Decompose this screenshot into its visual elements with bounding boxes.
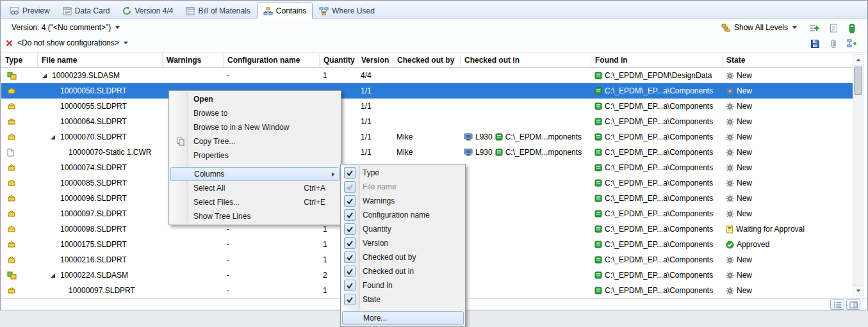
scroll-up-button[interactable] [853, 55, 863, 65]
tab-label: Version 4/4 [135, 6, 173, 15]
cell-configuration: - [224, 237, 320, 252]
cell-found-in: C:\_EPDM\_EP...a\Components [591, 99, 723, 114]
tab-bill-of-materials[interactable]: Bill of Materials [179, 3, 256, 19]
columns-submenu-item-checked-out-in[interactable]: Checked out in [342, 264, 464, 278]
context-menu-item-properties[interactable]: Properties [170, 148, 340, 163]
column-header-checked-out-in[interactable]: Checked out in [461, 53, 591, 67]
state-label: Waiting for Approval [736, 225, 805, 234]
columns-submenu: TypeFile nameWarningsConfiguration nameQ… [340, 164, 466, 327]
vault-icon [594, 210, 602, 218]
save-file-list-icon [810, 39, 820, 49]
columns-submenu-item-file-name[interactable]: File name [342, 180, 464, 194]
scrollbar-thumb[interactable] [854, 67, 862, 95]
expander-icon[interactable] [50, 134, 58, 140]
cell-filename: 10000175.SLDPRT [38, 237, 163, 252]
found-in-path: C:\_EPDM\_EP...a\Components [605, 271, 713, 280]
checkbox-checked [344, 181, 356, 193]
cell-state: New [723, 129, 853, 145]
header-label: Quantity [323, 56, 355, 65]
menu-item-label: File name [363, 182, 397, 191]
save-file-list-button[interactable] [808, 37, 822, 50]
list-view-button[interactable] [830, 299, 844, 310]
cell-checked-out-by: Mike [393, 145, 461, 160]
context-menu-item-browse-to[interactable]: Browse to [170, 106, 340, 120]
column-header-state[interactable]: State [723, 53, 853, 67]
cell-warnings [163, 237, 224, 252]
export-tree-button[interactable] [845, 37, 859, 50]
attachments-button[interactable] [826, 37, 840, 50]
cell-warnings [163, 267, 224, 283]
add-file-button[interactable] [808, 22, 822, 35]
cell-checked-out-in: L930C:\_EPDM...mponents [461, 129, 591, 145]
tab-preview[interactable]: Preview [3, 3, 56, 19]
columns-submenu-item-configuration-name[interactable]: Configuration name [342, 208, 464, 222]
context-menu-item-select-all[interactable]: Select AllCtrl+A [170, 181, 340, 195]
vault-column-button[interactable] [845, 22, 859, 35]
version-selector[interactable]: Version: 4 ("<No comment>") [12, 23, 120, 32]
table-row[interactable]: 10000050.SLDPRT1/1C:\_EPDM\_EP...a\Compo… [1, 83, 853, 99]
value: 1/1 [361, 86, 372, 95]
configurations-selector[interactable]: <Do not show configurations> [5, 38, 129, 47]
cell-configuration: - [224, 252, 320, 267]
state-label: New [737, 286, 752, 295]
file-name: 10000074.SLDPRT [60, 163, 127, 172]
columns-submenu-item-more[interactable]: More... [342, 311, 464, 325]
columns-submenu-item-state[interactable]: State [342, 292, 464, 307]
columns-submenu-item-warnings[interactable]: Warnings [342, 194, 464, 208]
file-name: 10000239.SLDASM [52, 71, 120, 80]
table-row[interactable]: 10000070.SLDPRT1/1MikeL930C:\_EPDM...mpo… [1, 129, 853, 145]
columns-submenu-item-found-in[interactable]: Found in [342, 278, 464, 292]
vault-icon [495, 133, 503, 141]
context-menu-item-columns[interactable]: Columns [170, 167, 340, 181]
context-menu-item-show-tree-lines[interactable]: Show Tree Lines [170, 209, 340, 223]
columns-submenu-item-type[interactable]: Type [342, 166, 464, 180]
tab-contains[interactable]: Contains [257, 3, 313, 19]
column-header-configuration-name[interactable]: Configuration name [224, 53, 320, 67]
table-row[interactable]: 10000055.SLDPRT1/1C:\_EPDM\_EP...a\Compo… [1, 99, 853, 114]
context-menu-item-open[interactable]: Open [170, 92, 340, 106]
column-header-found-in[interactable]: Found in [591, 53, 723, 67]
tab-version-4-4[interactable]: Version 4/4 [116, 3, 179, 19]
expander-icon[interactable] [50, 273, 58, 278]
preview-pane-button[interactable] [846, 299, 860, 310]
header-label: Warnings [167, 56, 201, 65]
state-label: New [737, 117, 752, 126]
cell-type [1, 99, 38, 114]
red-x-icon [5, 39, 13, 47]
cell-version: 1/1 [357, 114, 393, 129]
file-name: 10000175.SLDPRT [60, 240, 127, 249]
open-file-list-button[interactable] [826, 22, 840, 35]
tab-data-card[interactable]: Data Card [56, 3, 117, 19]
column-header-warnings[interactable]: Warnings [163, 53, 224, 67]
context-menu-item-copy-tree[interactable]: Copy Tree... [170, 134, 340, 148]
columns-submenu-item-version[interactable]: Version [342, 236, 464, 250]
file-name: 10000055.SLDPRT [60, 102, 127, 111]
context-menu-item-browse-to-in-a-new-window[interactable]: Browse to in a New Window [170, 120, 340, 134]
checkbox-checked [344, 223, 356, 235]
column-header-quantity[interactable]: Quantity [320, 53, 357, 67]
expander-icon[interactable] [42, 73, 49, 79]
context-menu-item-select-files[interactable]: Select Files...Ctrl+E [170, 195, 340, 209]
show-all-levels-dropdown[interactable]: Show All Levels [721, 23, 798, 32]
table-row[interactable]: 10000064.SLDPRT1/1C:\_EPDM\_EP...a\Compo… [1, 114, 853, 129]
columns-submenu-item-checked-out-by[interactable]: Checked out by [342, 250, 464, 264]
vault-icon [495, 148, 503, 156]
columns-submenu-item-quantity[interactable]: Quantity [342, 222, 464, 236]
column-header-file-name[interactable]: File name [38, 53, 163, 67]
cell-state: Waiting for Approval [723, 221, 853, 237]
cell-type [1, 160, 38, 175]
column-header-checked-out-by[interactable]: Checked out by [393, 53, 461, 67]
value: 1 [323, 240, 327, 249]
dropdown-arrow-icon [792, 26, 798, 29]
cell-found-in: C:\_EPDM\_EP...a\Components [591, 252, 723, 267]
contains-icon [263, 7, 273, 15]
toolbar: Version: 4 ("<No comment>") <Do not show… [1, 19, 867, 53]
vertical-scrollbar[interactable] [853, 54, 864, 296]
column-header-version[interactable]: Version [357, 53, 393, 67]
state-new-icon [726, 179, 734, 187]
table-row[interactable]: 10000239.SLDASM-14/4C:\_EPDM\_EPDM\Desig… [1, 68, 853, 83]
table-row[interactable]: 10000070-Static 1.CWR1/1MikeL930C:\_EPDM… [1, 145, 853, 160]
scroll-down-button[interactable] [853, 285, 863, 296]
column-header-type[interactable]: Type [1, 53, 38, 67]
tab-where-used[interactable]: Where Used [313, 3, 381, 19]
